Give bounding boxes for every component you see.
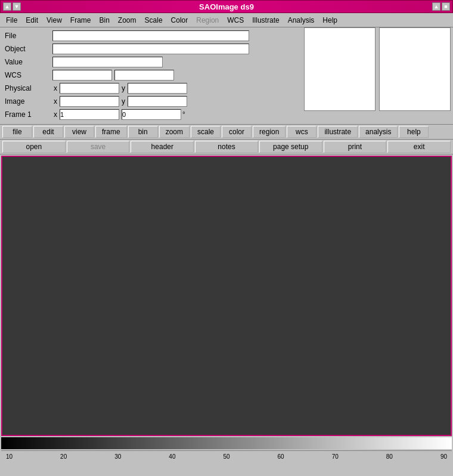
wcs-label: WCS bbox=[5, 71, 52, 79]
degree-symbol: ° bbox=[182, 110, 185, 119]
region-button[interactable]: region bbox=[253, 126, 286, 138]
image-y-input[interactable] bbox=[128, 96, 187, 107]
menu-view[interactable]: View bbox=[43, 15, 66, 26]
save-button[interactable]: save bbox=[67, 141, 130, 153]
menu-bin[interactable]: Bin bbox=[96, 15, 113, 26]
maximize-button[interactable]: ▲ bbox=[432, 2, 440, 11]
title-bar: ▲ ▼ SAOImage ds9 ▲ ■ bbox=[0, 0, 453, 13]
tick-70: 70 bbox=[332, 453, 339, 460]
color-button[interactable]: color bbox=[222, 126, 252, 138]
color-bar bbox=[1, 437, 452, 449]
illustrate-button[interactable]: illustrate bbox=[318, 126, 358, 138]
tick-30: 30 bbox=[114, 453, 121, 460]
wcs-input[interactable] bbox=[52, 70, 112, 81]
bin-button[interactable]: bin bbox=[128, 126, 158, 138]
toolbar-row1: file edit view frame bin zoom scale colo… bbox=[0, 125, 453, 140]
open-button[interactable]: open bbox=[2, 141, 66, 153]
restore-button[interactable]: ▼ bbox=[13, 2, 21, 11]
file-label: File bbox=[5, 32, 52, 40]
physical-y-label: y bbox=[122, 84, 125, 92]
window-title: SAOImage ds9 bbox=[21, 2, 432, 11]
menu-file[interactable]: File bbox=[2, 15, 21, 26]
analysis-button[interactable]: analysis bbox=[359, 126, 398, 138]
notes-button[interactable]: notes bbox=[195, 141, 258, 153]
tick-80: 80 bbox=[386, 453, 393, 460]
menu-edit[interactable]: Edit bbox=[22, 15, 42, 26]
file-button[interactable]: file bbox=[2, 126, 32, 138]
menu-bar: File Edit View Frame Bin Zoom Scale Colo… bbox=[0, 13, 453, 27]
file-input[interactable] bbox=[52, 30, 249, 41]
value-label: Value bbox=[5, 58, 52, 66]
thumbnail-1 bbox=[304, 27, 376, 111]
scale-ticks: 10 20 30 40 50 60 70 80 90 bbox=[1, 451, 452, 460]
help-button[interactable]: help bbox=[399, 126, 429, 138]
menu-frame[interactable]: Frame bbox=[67, 15, 95, 26]
canvas-area bbox=[1, 156, 452, 436]
physical-x-input[interactable] bbox=[60, 83, 119, 94]
color-bar-container bbox=[1, 437, 452, 449]
frame-button[interactable]: frame bbox=[95, 126, 127, 138]
frame1-x-label: x bbox=[54, 110, 57, 119]
scale-ruler: 10 20 30 40 50 60 70 80 90 bbox=[1, 450, 452, 463]
info-panel: File Object Value WCS Physical bbox=[0, 27, 453, 125]
menu-analysis[interactable]: Analysis bbox=[284, 15, 318, 26]
wcs-button[interactable]: wcs bbox=[287, 126, 317, 138]
scale-button[interactable]: scale bbox=[191, 126, 221, 138]
image-x-label: x bbox=[54, 97, 57, 106]
frame1-x-input[interactable] bbox=[60, 109, 119, 120]
object-input[interactable] bbox=[52, 44, 249, 54]
menu-zoom[interactable]: Zoom bbox=[114, 15, 140, 26]
tick-40: 40 bbox=[169, 453, 175, 460]
view-button[interactable]: view bbox=[64, 126, 94, 138]
menu-region[interactable]: Region bbox=[193, 15, 222, 26]
thumbnail-2 bbox=[379, 27, 451, 111]
page-setup-button[interactable]: page setup bbox=[259, 141, 322, 153]
image-label: Image bbox=[5, 97, 52, 106]
tick-20: 20 bbox=[60, 453, 67, 460]
wcs-input2[interactable] bbox=[114, 70, 174, 81]
value-input[interactable] bbox=[52, 57, 163, 67]
image-x-input[interactable] bbox=[60, 96, 119, 107]
close-button[interactable]: ■ bbox=[442, 2, 450, 11]
exit-button[interactable]: exit bbox=[387, 141, 451, 153]
tick-60: 60 bbox=[278, 453, 284, 460]
menu-help[interactable]: Help bbox=[319, 15, 341, 26]
edit-button[interactable]: edit bbox=[33, 126, 63, 138]
physical-y-input[interactable] bbox=[128, 83, 187, 94]
physical-x-label: x bbox=[54, 84, 57, 92]
header-button[interactable]: header bbox=[131, 141, 194, 153]
menu-color[interactable]: Color bbox=[167, 15, 192, 26]
tick-50: 50 bbox=[223, 453, 229, 460]
menu-scale[interactable]: Scale bbox=[141, 15, 166, 26]
tick-90: 90 bbox=[440, 453, 447, 460]
object-label: Object bbox=[5, 45, 52, 53]
frame1-label: Frame 1 bbox=[5, 110, 52, 119]
physical-label: Physical bbox=[5, 84, 52, 92]
print-button[interactable]: print bbox=[324, 141, 387, 153]
minimize-button[interactable]: ▲ bbox=[3, 2, 11, 11]
menu-wcs[interactable]: WCS bbox=[224, 15, 247, 26]
zoom-button[interactable]: zoom bbox=[159, 126, 190, 138]
thumbnail-area bbox=[304, 27, 451, 111]
image-y-label: y bbox=[122, 97, 125, 106]
tick-10: 10 bbox=[6, 453, 13, 460]
frame1-val-input[interactable] bbox=[122, 109, 181, 120]
toolbar-row2: open save header notes page setup print … bbox=[0, 140, 453, 154]
menu-illustrate[interactable]: Illustrate bbox=[249, 15, 283, 26]
